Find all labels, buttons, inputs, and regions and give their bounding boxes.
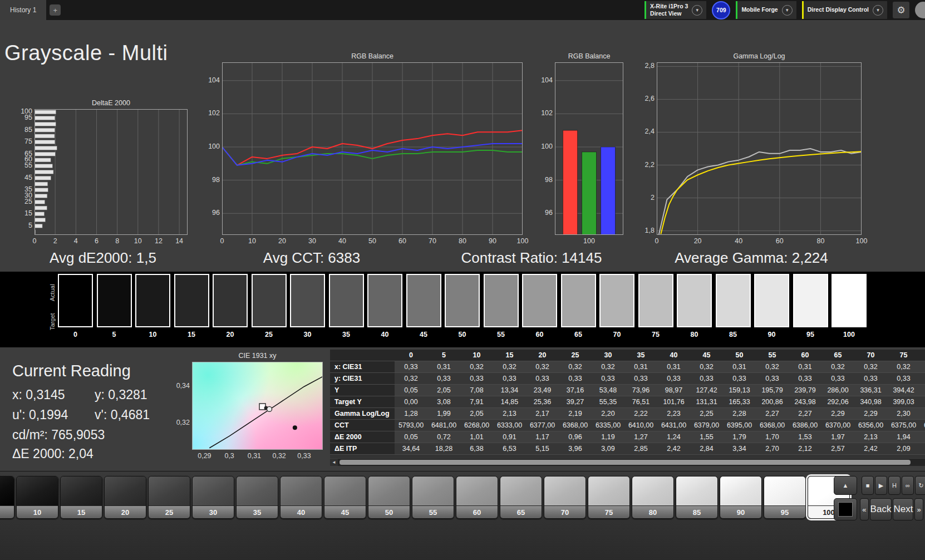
level-button[interactable]: 40 — [280, 476, 322, 519]
add-tab-button[interactable]: + — [50, 4, 61, 16]
level-button[interactable]: 80 — [632, 476, 674, 519]
axis-tick-label: 5 — [16, 222, 32, 229]
gear-icon[interactable]: ⚙ — [893, 2, 909, 18]
stop-icon[interactable]: ■ — [862, 476, 874, 495]
table-cell: 2,27 — [756, 408, 789, 420]
level-button[interactable]: 60 — [456, 476, 498, 519]
axis-tick-label: 2,2 — [636, 161, 655, 169]
rgb-bar-green — [582, 152, 597, 235]
level-button[interactable]: 95 — [764, 476, 806, 519]
level-button[interactable]: 90 — [720, 476, 762, 519]
axis-tick-label: 2,6 — [636, 95, 655, 102]
level-label: 80 — [632, 505, 673, 518]
level-label: 45 — [324, 505, 366, 518]
level-button-row: 5101520253035404550556065707580859095100 — [0, 476, 850, 519]
table-cell: 131,31 — [690, 396, 723, 408]
level-button[interactable]: 45 — [324, 476, 366, 519]
table-cell: 2,05 — [427, 385, 460, 396]
table-cell: 0,32 — [559, 361, 592, 373]
grayscale-swatch — [290, 274, 325, 327]
tab-history[interactable]: History 1 — [0, 0, 46, 20]
chevron-down-icon[interactable]: ▾ — [782, 5, 793, 16]
gamma-plot — [657, 62, 862, 235]
scrollbar-thumb[interactable] — [340, 460, 911, 465]
level-button[interactable]: 85 — [676, 476, 718, 519]
cie-chart: CIE 1931 xy 0,340,320,290,30,310,320,33 — [169, 352, 336, 463]
axis-tick-label: 8 — [111, 237, 124, 245]
chevron-down-icon[interactable]: ▾ — [692, 5, 702, 16]
table-cell: 159,13 — [723, 385, 756, 396]
meter-dropdown[interactable]: X-Rite i1Pro 3 Direct View ▾ — [644, 1, 706, 19]
source-dropdown[interactable]: Mobile Forge ▾ — [736, 1, 796, 19]
meter-label: X-Rite i1Pro 3 Direct View — [650, 3, 688, 17]
table-row: Gamma Log/Log1,281,992,052,132,172,192,2… — [330, 408, 925, 420]
refresh-icon[interactable]: ↻ — [915, 476, 925, 495]
level-label: 20 — [105, 505, 146, 518]
colorspace-badge[interactable]: 709 — [712, 1, 730, 19]
table-cell: 53,48 — [592, 385, 624, 396]
level-swatch — [764, 477, 805, 505]
level-label: 90 — [720, 505, 761, 518]
next-button[interactable]: Next — [893, 498, 913, 520]
level-button[interactable]: 65 — [500, 476, 542, 519]
display-control-dropdown[interactable]: Direct Display Control ▾ — [802, 1, 887, 19]
swatch-label: 30 — [290, 331, 325, 338]
rgb-bar-plot — [555, 62, 623, 235]
hold-icon[interactable]: H — [888, 476, 901, 495]
level-label: 35 — [237, 505, 278, 518]
table-cell: 6386,00 — [789, 420, 821, 431]
axis-tick-label: 0,29 — [196, 452, 213, 460]
table-cell: 0,32 — [395, 373, 427, 385]
axis-tick-label: 0,31 — [246, 452, 263, 460]
level-button[interactable]: 30 — [192, 476, 234, 519]
deltae-bar — [35, 188, 48, 192]
table-scrollbar[interactable]: ◄ — [330, 459, 925, 466]
back-button[interactable]: Back — [870, 498, 892, 520]
axis-tick-label: 90 — [484, 237, 501, 245]
bottom-bar: 5101520253035404550556065707580859095100… — [0, 471, 925, 560]
level-swatch — [237, 477, 278, 505]
level-button[interactable]: 10 — [16, 476, 58, 519]
level-button[interactable]: 35 — [236, 476, 278, 519]
deltae-bar — [35, 194, 47, 198]
grayscale-swatch — [754, 274, 789, 327]
grayscale-swatch — [135, 274, 170, 327]
level-label: 65 — [500, 505, 542, 518]
table-cell: 2,19 — [559, 408, 592, 420]
table-cell: 6333,00 — [493, 420, 526, 431]
table-cell: 1,01 — [460, 431, 493, 443]
table-cell: 13,34 — [493, 385, 526, 396]
axis-tick-label: 55 — [16, 161, 32, 169]
level-button[interactable]: 20 — [104, 476, 146, 519]
level-button[interactable]: 50 — [368, 476, 410, 519]
deltae-bar — [35, 200, 45, 204]
axis-tick-label: 0 — [28, 237, 41, 245]
axis-tick-label: 2,8 — [636, 62, 655, 70]
infinity-icon[interactable]: ∞ — [902, 476, 914, 495]
partial-circle-icon[interactable] — [915, 2, 925, 18]
display-window-button[interactable] — [834, 498, 857, 520]
chevron-down-icon[interactable]: ▾ — [873, 5, 883, 16]
table-row-label: Gamma Log/Log — [330, 408, 395, 420]
level-button[interactable]: 55 — [412, 476, 454, 519]
axis-tick-label: 2 — [48, 237, 62, 245]
level-button[interactable]: 25 — [148, 476, 190, 519]
rgb-balance-line-chart: RGB Balance 1041021009896010203040506070… — [203, 52, 543, 247]
chevron-up-icon[interactable]: ▲ — [834, 476, 857, 495]
gamma-series-target — [661, 151, 862, 234]
swatch-label: 85 — [716, 331, 751, 338]
level-button[interactable]: 15 — [60, 476, 102, 519]
skip-back-button[interactable]: « — [860, 498, 869, 520]
table-row-label: Y — [330, 385, 395, 396]
level-button[interactable]: 75 — [588, 476, 630, 519]
level-button[interactable]: 5 — [0, 476, 14, 519]
axis-tick-label: 100 — [203, 143, 220, 150]
scroll-left-icon[interactable]: ◄ — [330, 459, 338, 466]
table-cell: 0,32 — [854, 361, 887, 373]
level-button[interactable]: 70 — [544, 476, 586, 519]
grayscale-swatch — [252, 274, 287, 327]
play-icon[interactable]: ▶ — [875, 476, 887, 495]
skip-forward-button[interactable]: » — [914, 498, 923, 520]
table-cell: 0,33 — [756, 373, 789, 385]
axis-tick-label: 102 — [536, 109, 553, 117]
